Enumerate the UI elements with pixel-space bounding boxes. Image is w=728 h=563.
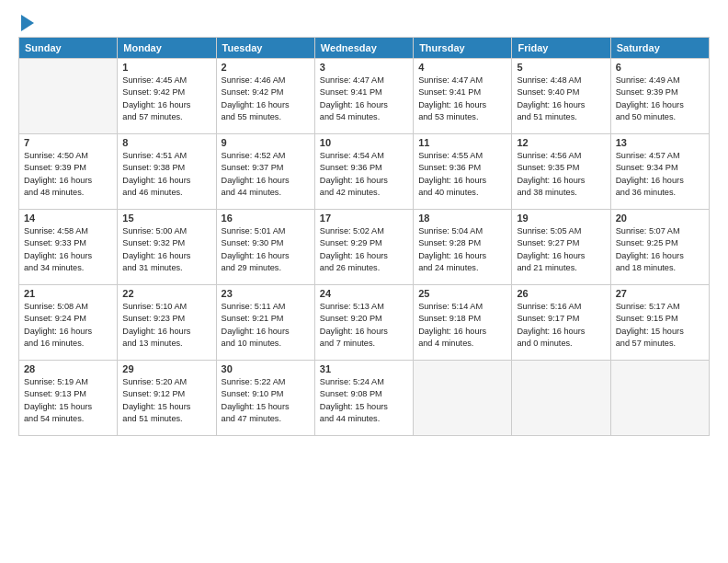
day-info: Sunrise: 5:05 AM Sunset: 9:27 PM Dayligh… — [517, 225, 605, 274]
day-number: 12 — [517, 137, 605, 148]
day-info: Sunrise: 5:02 AM Sunset: 9:29 PM Dayligh… — [320, 225, 408, 274]
day-number: 27 — [616, 288, 704, 299]
day-number: 4 — [418, 62, 506, 73]
weekday-header-thursday: Thursday — [414, 38, 512, 59]
day-info: Sunrise: 4:54 AM Sunset: 9:36 PM Dayligh… — [320, 150, 408, 199]
calendar-cell: 26Sunrise: 5:16 AM Sunset: 9:17 PM Dayli… — [512, 285, 610, 361]
day-number: 24 — [320, 288, 408, 299]
weekday-header-row: SundayMondayTuesdayWednesdayThursdayFrid… — [19, 38, 710, 59]
calendar-table: SundayMondayTuesdayWednesdayThursdayFrid… — [18, 37, 710, 436]
day-info: Sunrise: 5:07 AM Sunset: 9:25 PM Dayligh… — [616, 225, 704, 274]
day-number: 6 — [616, 62, 704, 73]
day-number: 18 — [418, 213, 506, 224]
day-info: Sunrise: 5:17 AM Sunset: 9:15 PM Dayligh… — [616, 301, 704, 350]
day-info: Sunrise: 4:49 AM Sunset: 9:39 PM Dayligh… — [616, 75, 704, 123]
day-info: Sunrise: 4:55 AM Sunset: 9:36 PM Dayligh… — [418, 150, 506, 199]
day-number: 21 — [24, 288, 112, 299]
calendar-cell: 3Sunrise: 4:47 AM Sunset: 9:41 PM Daylig… — [314, 59, 413, 134]
day-number: 23 — [222, 288, 310, 299]
day-number: 28 — [24, 363, 112, 374]
day-number: 15 — [122, 213, 210, 224]
calendar-cell: 29Sunrise: 5:20 AM Sunset: 9:12 PM Dayli… — [118, 361, 216, 436]
calendar-cell — [19, 59, 118, 134]
day-number: 11 — [418, 137, 506, 148]
day-number: 29 — [122, 363, 210, 374]
day-info: Sunrise: 4:52 AM Sunset: 9:37 PM Dayligh… — [222, 150, 310, 199]
weekday-header-saturday: Saturday — [610, 38, 709, 59]
calendar-cell: 21Sunrise: 5:08 AM Sunset: 9:24 PM Dayli… — [19, 285, 118, 361]
day-number: 30 — [222, 363, 310, 374]
calendar-cell: 30Sunrise: 5:22 AM Sunset: 9:10 PM Dayli… — [216, 361, 314, 436]
day-number: 31 — [320, 363, 408, 374]
day-info: Sunrise: 5:14 AM Sunset: 9:18 PM Dayligh… — [418, 301, 506, 350]
day-info: Sunrise: 5:10 AM Sunset: 9:23 PM Dayligh… — [122, 301, 210, 350]
calendar-cell: 12Sunrise: 4:56 AM Sunset: 9:35 PM Dayli… — [512, 134, 610, 210]
day-number: 22 — [122, 288, 210, 299]
day-info: Sunrise: 4:50 AM Sunset: 9:39 PM Dayligh… — [24, 150, 112, 199]
calendar-cell: 23Sunrise: 5:11 AM Sunset: 9:21 PM Dayli… — [216, 285, 314, 361]
day-number: 9 — [222, 137, 310, 148]
calendar-cell: 2Sunrise: 4:46 AM Sunset: 9:42 PM Daylig… — [216, 59, 314, 134]
day-info: Sunrise: 5:01 AM Sunset: 9:30 PM Dayligh… — [222, 225, 310, 274]
day-info: Sunrise: 4:48 AM Sunset: 9:40 PM Dayligh… — [517, 75, 605, 123]
calendar-cell: 31Sunrise: 5:24 AM Sunset: 9:08 PM Dayli… — [314, 361, 413, 436]
calendar-week-5: 28Sunrise: 5:19 AM Sunset: 9:13 PM Dayli… — [19, 361, 710, 436]
day-info: Sunrise: 4:56 AM Sunset: 9:35 PM Dayligh… — [517, 150, 605, 199]
calendar-cell: 4Sunrise: 4:47 AM Sunset: 9:41 PM Daylig… — [414, 59, 512, 134]
day-info: Sunrise: 5:24 AM Sunset: 9:08 PM Dayligh… — [320, 376, 408, 425]
day-number: 26 — [517, 288, 605, 299]
weekday-header-sunday: Sunday — [19, 38, 118, 59]
calendar-cell: 6Sunrise: 4:49 AM Sunset: 9:39 PM Daylig… — [610, 59, 709, 134]
calendar-cell: 25Sunrise: 5:14 AM Sunset: 9:18 PM Dayli… — [414, 285, 512, 361]
calendar-week-3: 14Sunrise: 4:58 AM Sunset: 9:33 PM Dayli… — [19, 210, 710, 285]
calendar-week-1: 1Sunrise: 4:45 AM Sunset: 9:42 PM Daylig… — [19, 59, 710, 134]
calendar-cell: 1Sunrise: 4:45 AM Sunset: 9:42 PM Daylig… — [118, 59, 216, 134]
day-info: Sunrise: 4:47 AM Sunset: 9:41 PM Dayligh… — [320, 75, 408, 123]
calendar-cell — [610, 361, 709, 436]
calendar-cell: 24Sunrise: 5:13 AM Sunset: 9:20 PM Dayli… — [314, 285, 413, 361]
calendar-cell: 17Sunrise: 5:02 AM Sunset: 9:29 PM Dayli… — [314, 210, 413, 285]
day-number: 10 — [320, 137, 408, 148]
day-info: Sunrise: 5:13 AM Sunset: 9:20 PM Dayligh… — [320, 301, 408, 350]
day-info: Sunrise: 4:46 AM Sunset: 9:42 PM Dayligh… — [222, 75, 310, 123]
day-number: 17 — [320, 213, 408, 224]
calendar-cell: 22Sunrise: 5:10 AM Sunset: 9:23 PM Dayli… — [118, 285, 216, 361]
day-number: 13 — [616, 137, 704, 148]
calendar-cell: 28Sunrise: 5:19 AM Sunset: 9:13 PM Dayli… — [19, 361, 118, 436]
day-info: Sunrise: 5:20 AM Sunset: 9:12 PM Dayligh… — [122, 376, 210, 425]
day-info: Sunrise: 4:47 AM Sunset: 9:41 PM Dayligh… — [418, 75, 506, 123]
day-number: 7 — [24, 137, 112, 148]
day-number: 8 — [122, 137, 210, 148]
header — [18, 15, 710, 29]
page: SundayMondayTuesdayWednesdayThursdayFrid… — [0, 0, 728, 563]
day-info: Sunrise: 4:51 AM Sunset: 9:38 PM Dayligh… — [122, 150, 210, 199]
calendar-week-2: 7Sunrise: 4:50 AM Sunset: 9:39 PM Daylig… — [19, 134, 710, 210]
calendar-cell: 9Sunrise: 4:52 AM Sunset: 9:37 PM Daylig… — [216, 134, 314, 210]
day-info: Sunrise: 5:16 AM Sunset: 9:17 PM Dayligh… — [517, 301, 605, 350]
day-info: Sunrise: 5:19 AM Sunset: 9:13 PM Dayligh… — [24, 376, 112, 425]
calendar-week-4: 21Sunrise: 5:08 AM Sunset: 9:24 PM Dayli… — [19, 285, 710, 361]
weekday-header-friday: Friday — [512, 38, 610, 59]
calendar-cell: 10Sunrise: 4:54 AM Sunset: 9:36 PM Dayli… — [314, 134, 413, 210]
logo-arrow-icon — [21, 15, 34, 31]
calendar-cell — [512, 361, 610, 436]
calendar-cell — [414, 361, 512, 436]
day-number: 25 — [418, 288, 506, 299]
day-info: Sunrise: 5:08 AM Sunset: 9:24 PM Dayligh… — [24, 301, 112, 350]
calendar-cell: 20Sunrise: 5:07 AM Sunset: 9:25 PM Dayli… — [610, 210, 709, 285]
day-info: Sunrise: 5:22 AM Sunset: 9:10 PM Dayligh… — [222, 376, 310, 425]
calendar-cell: 15Sunrise: 5:00 AM Sunset: 9:32 PM Dayli… — [118, 210, 216, 285]
calendar-cell: 11Sunrise: 4:55 AM Sunset: 9:36 PM Dayli… — [414, 134, 512, 210]
day-info: Sunrise: 4:57 AM Sunset: 9:34 PM Dayligh… — [616, 150, 704, 199]
day-number: 16 — [222, 213, 310, 224]
day-number: 2 — [222, 62, 310, 73]
weekday-header-monday: Monday — [118, 38, 216, 59]
calendar-cell: 8Sunrise: 4:51 AM Sunset: 9:38 PM Daylig… — [118, 134, 216, 210]
day-info: Sunrise: 5:04 AM Sunset: 9:28 PM Dayligh… — [418, 225, 506, 274]
day-number: 5 — [517, 62, 605, 73]
calendar-cell: 19Sunrise: 5:05 AM Sunset: 9:27 PM Dayli… — [512, 210, 610, 285]
day-number: 1 — [122, 62, 210, 73]
calendar-cell: 5Sunrise: 4:48 AM Sunset: 9:40 PM Daylig… — [512, 59, 610, 134]
day-number: 19 — [517, 213, 605, 224]
calendar-cell: 13Sunrise: 4:57 AM Sunset: 9:34 PM Dayli… — [610, 134, 709, 210]
